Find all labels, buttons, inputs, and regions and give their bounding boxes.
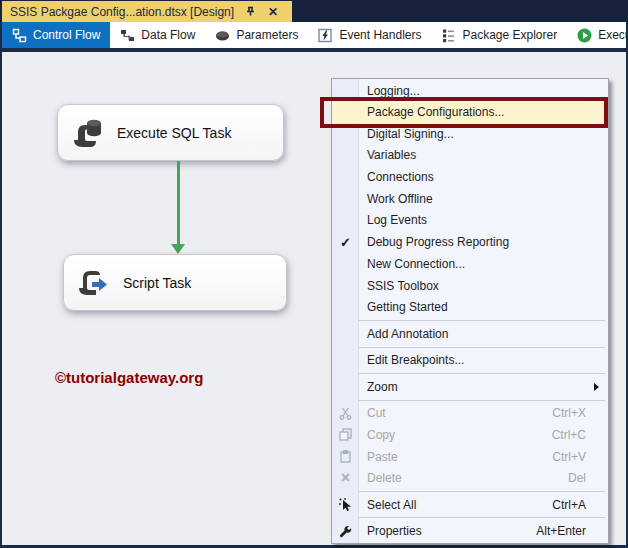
menu-item-cut[interactable]: Cut Ctrl+X <box>332 403 608 425</box>
submenu-arrow-icon <box>594 383 599 391</box>
precedence-constraint-line[interactable] <box>177 161 180 245</box>
menu-item-select-all[interactable]: Select All Ctrl+A <box>332 494 608 516</box>
menu-item-work-offline[interactable]: Work Offline <box>332 188 608 210</box>
script-task-box[interactable]: Script Task <box>63 254 287 311</box>
data-flow-icon <box>120 28 135 43</box>
watermark-text: ©tutorialgateway.org <box>55 369 203 386</box>
document-tab[interactable]: SSIS Packgae Config...ation.dtsx [Design… <box>2 1 292 22</box>
event-handlers-icon <box>318 28 333 43</box>
tab-label: Event Handlers <box>339 28 421 42</box>
task-label: Execute SQL Task <box>117 125 231 141</box>
tab-data-flow[interactable]: Data Flow <box>110 22 205 48</box>
menu-item-log-events[interactable]: Log Events <box>332 209 608 231</box>
execution-results-icon <box>577 28 592 43</box>
menu-item-logging[interactable]: Logging... <box>332 80 608 102</box>
menu-item-delete[interactable]: × Delete Del <box>332 467 608 489</box>
ssis-designer-window: SSIS Packgae Config...ation.dtsx [Design… <box>0 0 628 548</box>
paste-icon <box>339 450 352 463</box>
menu-item-variables[interactable]: Variables <box>332 145 608 167</box>
delete-icon: × <box>341 472 350 484</box>
tab-execution-results[interactable]: Execution Results <box>567 22 628 48</box>
script-task-icon <box>78 267 110 299</box>
check-icon: ✓ <box>340 235 351 250</box>
context-menu: Logging... Package Configurations... Dig… <box>331 78 609 544</box>
menu-item-zoom[interactable]: Zoom <box>332 376 608 398</box>
tab-label: Execution Results <box>598 28 628 42</box>
tab-label: Package Explorer <box>462 28 557 42</box>
pin-icon[interactable] <box>243 5 257 19</box>
menu-item-add-annotation[interactable]: Add Annotation <box>332 323 608 345</box>
copy-icon <box>339 428 352 441</box>
menu-item-new-connection[interactable]: New Connection... <box>332 253 608 275</box>
tab-label: Control Flow <box>33 28 100 42</box>
tab-parameters[interactable]: Parameters <box>205 22 308 48</box>
document-tab-bar: SSIS Packgae Config...ation.dtsx [Design… <box>0 0 628 22</box>
menu-item-ssis-toolbox[interactable]: SSIS Toolbox <box>332 275 608 297</box>
menu-item-edit-breakpoints[interactable]: Edit Breakpoints... <box>332 350 608 372</box>
close-icon[interactable]: ✕ <box>266 5 280 19</box>
select-all-icon <box>339 498 352 511</box>
tab-event-handlers[interactable]: Event Handlers <box>308 22 431 48</box>
menu-item-digital-signing[interactable]: Digital Signing... <box>332 123 608 145</box>
task-label: Script Task <box>123 275 191 291</box>
menu-item-paste[interactable]: Paste Ctrl+V <box>332 446 608 468</box>
menu-item-getting-started[interactable]: Getting Started <box>332 296 608 318</box>
scissors-icon <box>339 407 352 420</box>
tab-package-explorer[interactable]: Package Explorer <box>431 22 567 48</box>
wrench-icon <box>339 525 352 538</box>
tab-label: Data Flow <box>141 28 195 42</box>
menu-item-connections[interactable]: Connections <box>332 166 608 188</box>
menu-item-properties[interactable]: Properties Alt+Enter <box>332 520 608 542</box>
control-flow-icon <box>12 28 27 43</box>
tab-label: Parameters <box>236 28 298 42</box>
document-tab-title: SSIS Packgae Config...ation.dtsx [Design… <box>10 5 234 19</box>
precedence-constraint-arrowhead <box>171 244 185 254</box>
parameters-icon <box>215 28 230 43</box>
execute-sql-task-icon <box>72 117 104 149</box>
menu-item-copy[interactable]: Copy Ctrl+C <box>332 424 608 446</box>
menu-item-package-configurations[interactable]: Package Configurations... <box>332 102 608 124</box>
execute-sql-task-box[interactable]: Execute SQL Task <box>57 104 284 161</box>
tab-control-flow[interactable]: Control Flow <box>2 22 110 48</box>
package-explorer-icon <box>441 28 456 43</box>
designer-toolbar: Control Flow Data Flow Parameters Event … <box>2 22 626 48</box>
menu-item-debug-progress-reporting[interactable]: ✓ Debug Progress Reporting <box>332 231 608 254</box>
